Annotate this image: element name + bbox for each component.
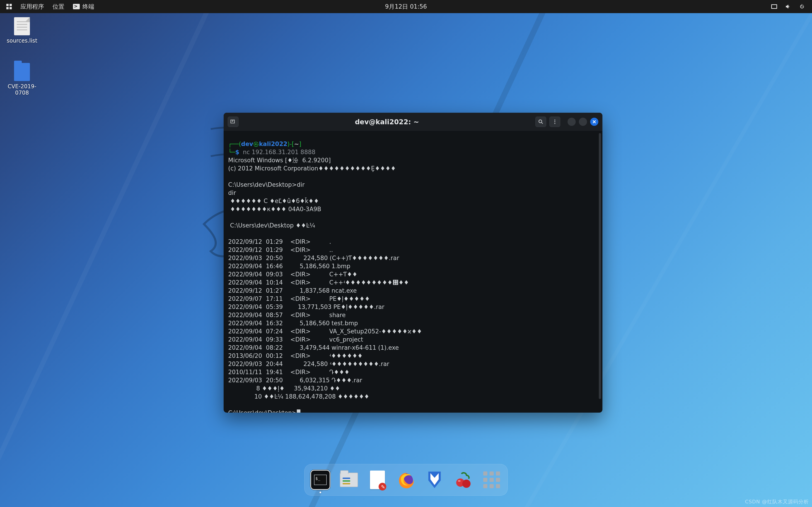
clock[interactable]: 9月12日 01:56 [385,3,427,11]
volume-icon[interactable] [785,3,791,10]
svg-point-6 [462,480,470,488]
metasploit-icon [426,470,443,489]
terminal-scrollbar[interactable] [599,133,601,399]
dock-item-metasploit[interactable] [424,470,445,490]
dock: $_ [304,464,508,496]
window-restore-icon[interactable] [771,4,777,9]
desktop-icon-sources-list[interactable]: sources.list [5,17,39,44]
dock-item-firefox[interactable] [396,470,416,490]
svg-point-1 [554,119,555,120]
menu-places[interactable]: 位置 [53,3,64,11]
svg-point-0 [539,120,542,123]
text-editor-icon [370,470,385,489]
cherrytree-icon [454,471,472,489]
svg-point-3 [554,123,555,124]
watermark: CSDN @红队木又源码分析 [745,498,809,505]
window-maximize-button[interactable] [579,118,587,126]
search-button[interactable] [536,117,546,127]
dock-item-terminal[interactable]: $_ [310,470,330,490]
dock-item-text-editor[interactable] [367,470,388,490]
terminal-icon [73,4,80,9]
app-grid-icon [483,471,500,488]
terminal-titlebar[interactable]: dev@kali2022: ~ [223,113,602,131]
text-file-icon [14,17,30,35]
menu-terminal-label: 终端 [83,3,94,11]
terminal-cursor [297,409,300,413]
menu-applications[interactable]: 应用程序 [20,3,44,11]
desktop-icon-label: CVE-2019-0708 [5,83,39,96]
dock-item-files[interactable] [339,470,359,490]
terminal-title: dev@kali2022: ~ [242,118,532,126]
new-tab-button[interactable] [228,117,239,127]
terminal-body[interactable]: ┌──(dev㉿kali2022)-[~] └─$ nc 192.168.31.… [223,131,602,413]
window-minimize-button[interactable] [567,118,576,126]
desktop-icon-label: sources.list [5,38,39,44]
svg-point-2 [554,121,555,122]
dock-item-cherrytree[interactable] [453,470,473,490]
files-icon [340,472,358,487]
activities-grid-icon[interactable] [6,4,12,9]
dock-item-app-grid[interactable] [482,470,502,490]
menu-terminal[interactable]: 终端 [73,3,94,11]
top-bar: 应用程序 位置 终端 9月12日 01:56 [0,0,812,13]
hamburger-menu-button[interactable] [549,117,560,127]
desktop-icon-cve-folder[interactable]: CVE-2019-0708 [5,63,39,96]
svg-point-7 [458,480,461,482]
terminal-icon: $_ [314,474,327,485]
terminal-window: dev@kali2022: ~ ┌──(dev㉿kali2022)-[~] └─… [223,113,602,413]
power-icon[interactable] [799,3,805,10]
firefox-icon [397,470,415,489]
folder-icon [14,63,30,81]
window-close-button[interactable] [590,118,598,126]
